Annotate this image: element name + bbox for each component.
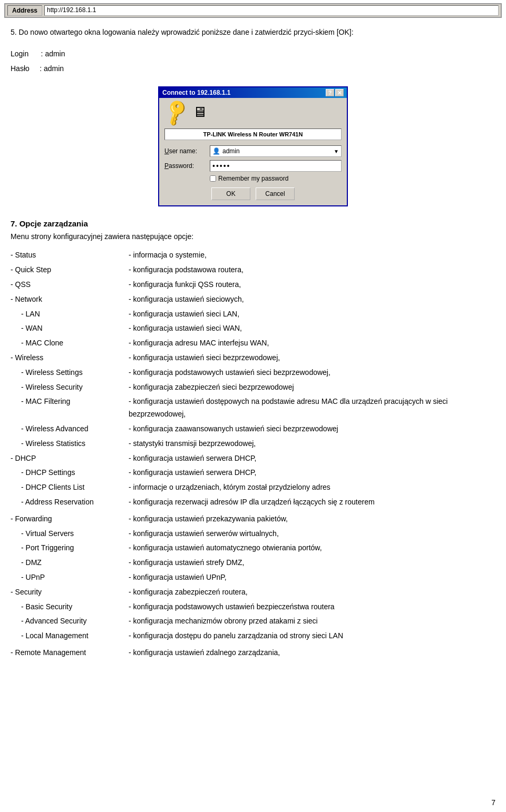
user-icon: 👤 xyxy=(212,147,220,155)
menu-item-right: - informacje o urządzeniach, którym zost… xyxy=(126,480,495,495)
menu-item-row: - LAN- konfiguracja ustawień sieci LAN, xyxy=(11,307,495,322)
menu-item-left: - QSS xyxy=(11,278,126,292)
menu-item-row: - DMZ- konfiguracja ustawień strefy DMZ, xyxy=(11,556,495,570)
dialog-close-button[interactable]: ✕ xyxy=(335,89,344,96)
menu-item-right: - konfiguracja ustawień serwera DHCP, xyxy=(126,466,495,480)
username-input-wrapper[interactable]: 👤 admin ▼ xyxy=(210,145,342,157)
remember-row: Remember my password xyxy=(164,175,342,182)
password-label: Hasło xyxy=(11,64,30,73)
menu-item-right: - konfiguracja ustawień strefy DMZ, xyxy=(126,556,495,570)
menu-item-left: - Wireless Advanced xyxy=(11,422,126,437)
menu-item-row: - Advanced Security- konfiguracja mechan… xyxy=(11,614,495,629)
dropdown-arrow: ▼ xyxy=(334,148,339,154)
menu-item-row: - Wireless- konfiguracja ustawień sieci … xyxy=(11,351,495,365)
menu-item-left: - DHCP Settings xyxy=(11,466,126,480)
password-form-label: Password: xyxy=(164,162,207,170)
username-field[interactable]: admin xyxy=(222,147,332,155)
dialog-titlebar: Connect to 192.168.1.1 ? ✕ xyxy=(159,87,347,98)
menu-item-right: - konfiguracja mechanizmów obrony przed … xyxy=(126,614,495,629)
menu-item-row: - Local Management- konfiguracja dostępu… xyxy=(11,629,495,643)
password-input-wrapper[interactable]: ••••• xyxy=(210,160,342,172)
menu-item-right: - konfiguracja ustawień zdalnego zarządz… xyxy=(126,646,495,660)
page-number: 7 xyxy=(491,798,495,807)
menu-item-right: - konfiguracja ustawień UPnP, xyxy=(126,570,495,585)
menu-item-row: - DHCP Clients List- informacje o urządz… xyxy=(11,480,495,495)
menu-item-left: - DMZ xyxy=(11,556,126,570)
menu-item-row: - QSS- konfiguracja funkcji QSS routera, xyxy=(11,278,495,292)
options-table: - Status- informacja o systemie,- Quick … xyxy=(11,248,495,660)
menu-item-row: - UPnP- konfiguracja ustawień UPnP, xyxy=(11,570,495,585)
login-label: Login xyxy=(11,49,28,58)
menu-item-left: - UPnP xyxy=(11,570,126,585)
main-content: 5. Do nowo otwartego okna logowania nale… xyxy=(0,21,506,671)
username-label: User name: xyxy=(164,147,207,155)
menu-item-row: - Forwarding- konfiguracja ustawień prze… xyxy=(11,512,495,527)
menu-item-row: - DHCP Settings- konfiguracja ustawień s… xyxy=(11,466,495,480)
password-row: Hasło : admin xyxy=(11,61,495,76)
login-value: : admin xyxy=(31,49,65,58)
menu-item-row: - Quick Step- konfiguracja podstawowa ro… xyxy=(11,263,495,278)
menu-item-left: - Advanced Security xyxy=(11,614,126,629)
menu-item-row: - Wireless Advanced- konfiguracja zaawan… xyxy=(11,422,495,437)
menu-item-row: - Status- informacja o systemie, xyxy=(11,248,495,263)
menu-item-right: - konfiguracja zaawansowanych ustawień s… xyxy=(126,422,495,437)
username-row: User name: 👤 admin ▼ xyxy=(164,145,342,157)
menu-item-left: - Remote Management xyxy=(11,646,126,660)
menu-item-left: - Wireless Security xyxy=(11,380,126,395)
menu-item-left: - Quick Step xyxy=(11,263,126,278)
menu-item-row: - Security- konfiguracja zabezpieczeń ro… xyxy=(11,585,495,600)
menu-item-right: - konfiguracja ustawień serwera DHCP, xyxy=(126,451,495,466)
password-form-row: Password: ••••• xyxy=(164,160,342,172)
section-subtitle: Menu strony konfiguracyjnej zawiera nast… xyxy=(11,232,495,241)
password-field[interactable]: ••••• xyxy=(212,162,231,170)
menu-item-right: - statystyki transmisji bezprzewodowej, xyxy=(126,437,495,451)
menu-item-right: - konfiguracja zabezpieczeń routera, xyxy=(126,585,495,600)
menu-item-row: - Virtual Servers- konfiguracja ustawień… xyxy=(11,527,495,541)
menu-item-left: - Basic Security xyxy=(11,600,126,615)
login-row: Login : admin xyxy=(11,46,495,61)
menu-item-left: - Network xyxy=(11,292,126,307)
menu-item-right: - konfiguracja ustawień sieci bezprzewod… xyxy=(126,351,495,365)
cancel-button[interactable]: Cancel xyxy=(256,187,295,200)
dialog-icon-area: 🔑 🖥 xyxy=(164,103,342,123)
menu-item-right: - konfiguracja ustawień serwerów wirtual… xyxy=(126,527,495,541)
menu-item-left: - Security xyxy=(11,585,126,600)
menu-item-row: - Address Reservation- konfiguracja reze… xyxy=(11,495,495,510)
menu-item-right: - konfiguracja adresu MAC interfejsu WAN… xyxy=(126,336,495,351)
menu-item-left: - DHCP Clients List xyxy=(11,480,126,495)
menu-item-left: - Virtual Servers xyxy=(11,527,126,541)
menu-item-right: - informacja o systemie, xyxy=(126,248,495,263)
login-info: Login : admin Hasło : admin xyxy=(11,46,495,76)
menu-item-row: - DHCP- konfiguracja ustawień serwera DH… xyxy=(11,451,495,466)
ok-button[interactable]: OK xyxy=(211,187,250,200)
menu-item-right: - konfiguracja zabezpieczeń sieci bezprz… xyxy=(126,380,495,395)
menu-item-right: - konfiguracja ustawień przekazywania pa… xyxy=(126,512,495,527)
section-title: 7. Opcje zarządzania xyxy=(11,219,495,228)
menu-item-left: - Local Management xyxy=(11,629,126,643)
address-bar: Address http://192.168.1.1 xyxy=(4,3,502,18)
menu-item-left: - Address Reservation xyxy=(11,495,126,510)
menu-item-row: - Remote Management- konfiguracja ustawi… xyxy=(11,646,495,660)
menu-item-row: - Port Triggering- konfiguracja ustawień… xyxy=(11,541,495,556)
dialog-form: User name: 👤 admin ▼ Password: ••••• xyxy=(164,145,342,182)
dialog-title: Connect to 192.168.1.1 xyxy=(162,89,230,96)
menu-item-row: - WAN- konfiguracja ustawień sieci WAN, xyxy=(11,321,495,336)
menu-item-right: - konfiguracja ustawień sieciowych, xyxy=(126,292,495,307)
menu-item-left: - Wireless Statistics xyxy=(11,437,126,451)
menu-item-left: - Status xyxy=(11,248,126,263)
menu-item-left: - Port Triggering xyxy=(11,541,126,556)
menu-item-right: - konfiguracja dostępu do panelu zarządz… xyxy=(126,629,495,643)
menu-item-right: - konfiguracja funkcji QSS routera, xyxy=(126,278,495,292)
remember-label: Remember my password xyxy=(218,175,288,182)
menu-item-right: - konfiguracja ustawień dostępowych na p… xyxy=(126,394,495,422)
menu-item-row: - Wireless Statistics- statystyki transm… xyxy=(11,437,495,451)
menu-item-right: - konfiguracja ustawień sieci LAN, xyxy=(126,307,495,322)
menu-item-left: - LAN xyxy=(11,307,126,322)
menu-item-left: - Wireless Settings xyxy=(11,365,126,380)
menu-item-row: - Network- konfiguracja ustawień sieciow… xyxy=(11,292,495,307)
remember-checkbox[interactable] xyxy=(210,175,216,182)
address-input[interactable]: http://192.168.1.1 xyxy=(44,5,499,16)
menu-item-left: - WAN xyxy=(11,321,126,336)
menu-item-right: - konfiguracja ustawień automatycznego o… xyxy=(126,541,495,556)
dialog-help-button[interactable]: ? xyxy=(326,89,334,96)
